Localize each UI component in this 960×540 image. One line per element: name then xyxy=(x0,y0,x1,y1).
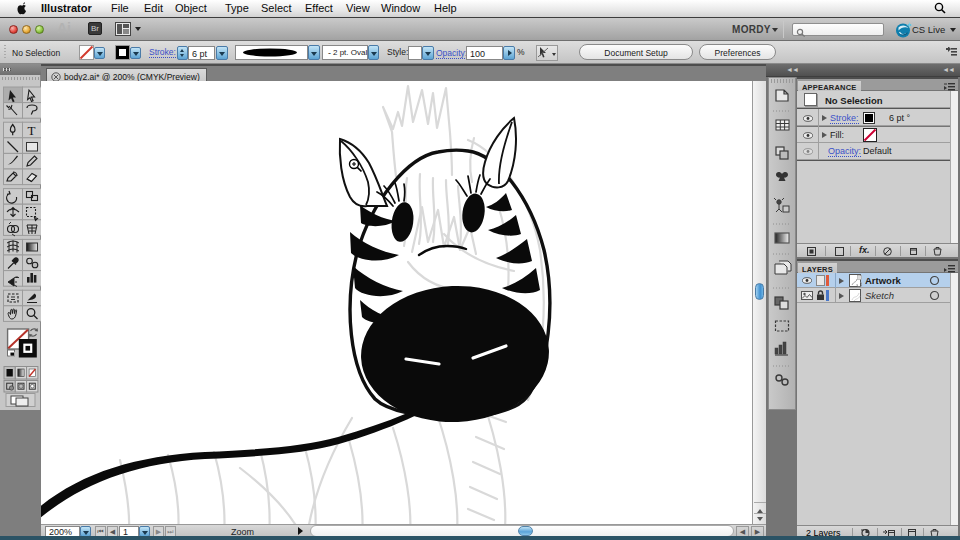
svg-text:T: T xyxy=(28,123,36,138)
